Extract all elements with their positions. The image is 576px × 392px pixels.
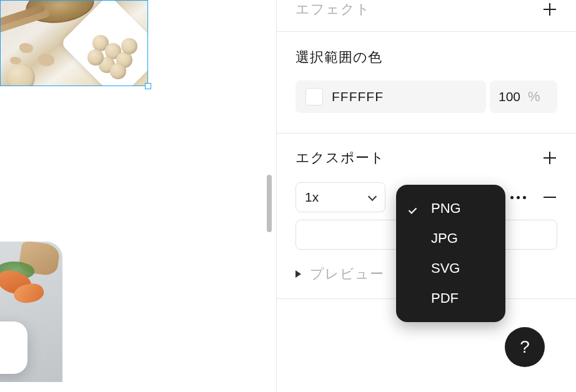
export-scale-select[interactable]: 1x [295, 182, 385, 212]
check-placeholder [410, 293, 421, 304]
format-label: JPG [431, 230, 458, 247]
format-label: PDF [431, 290, 459, 306]
percent-unit: % [528, 89, 540, 105]
help-button[interactable]: ? [505, 327, 545, 367]
chevron-down-icon [369, 194, 376, 201]
opacity-value: 100 [499, 89, 520, 104]
effects-section: エフェクト [277, 0, 576, 32]
export-scale-value: 1x [305, 190, 319, 205]
check-icon [410, 203, 421, 214]
format-option-svg[interactable]: SVG [396, 253, 505, 283]
color-swatch[interactable] [305, 88, 323, 105]
check-placeholder [410, 233, 421, 244]
check-placeholder [410, 263, 421, 274]
export-options-icon[interactable] [510, 196, 526, 199]
format-option-jpg[interactable]: JPG [396, 223, 505, 253]
selection-colors-section: 選択範囲の色 FFFFFF 100 % [277, 32, 576, 134]
add-export-icon[interactable] [542, 150, 557, 165]
triangle-right-icon [295, 270, 301, 278]
preview-label: プレビュー [310, 265, 384, 283]
format-label: SVG [431, 260, 460, 277]
canvas-image[interactable] [0, 242, 62, 382]
help-icon: ? [520, 337, 530, 357]
color-hex-value: FFFFFF [332, 89, 384, 104]
color-hex-input[interactable]: FFFFFF [295, 81, 486, 113]
color-opacity-input[interactable]: 100 % [490, 81, 557, 113]
selected-image-frame[interactable] [0, 0, 148, 86]
selection-colors-title: 選択範囲の色 [295, 48, 382, 67]
selection-handle-br[interactable] [145, 83, 151, 89]
format-option-pdf[interactable]: PDF [396, 283, 505, 313]
format-label: PNG [431, 200, 461, 217]
format-option-png[interactable]: PNG [396, 194, 505, 223]
add-effect-icon[interactable] [542, 2, 557, 17]
canvas-scrollbar[interactable] [267, 175, 272, 232]
format-dropdown: PNG JPG SVG PDF [396, 185, 505, 322]
export-title: エクスポート [295, 149, 385, 167]
effects-title: エフェクト [295, 0, 370, 19]
remove-export-icon[interactable] [542, 190, 557, 205]
canvas[interactable] [0, 0, 276, 392]
